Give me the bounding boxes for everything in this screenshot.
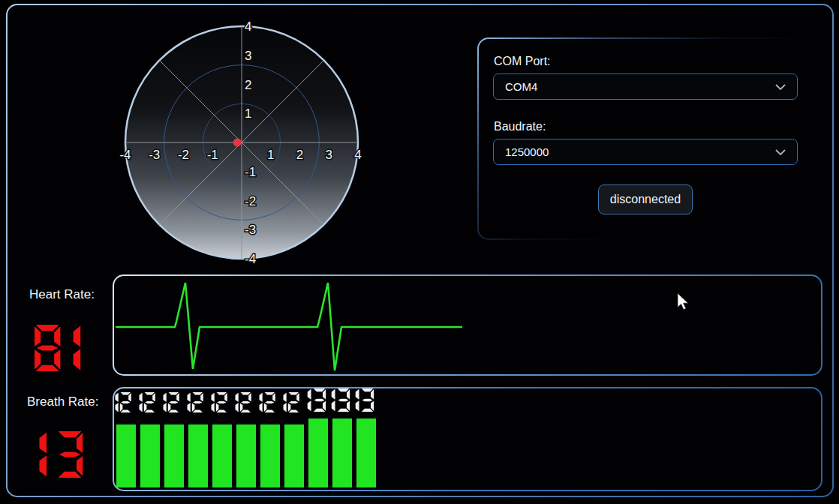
ecg-waveform <box>114 276 821 374</box>
polar-position-display: -4-3-2-112344321-1-2-3-4 <box>105 6 390 276</box>
svg-text:2: 2 <box>245 78 251 92</box>
baudrate-selected-value: 1250000 <box>505 146 549 158</box>
svg-text:4: 4 <box>245 20 251 34</box>
breath-rate-label: Breath Rate: <box>27 394 98 410</box>
mouse-cursor <box>676 292 693 312</box>
svg-text:1: 1 <box>267 148 274 162</box>
breath-rate-bar-chart <box>114 405 821 489</box>
svg-text:-2: -2 <box>178 148 189 162</box>
com-port-select[interactable]: COM4 <box>493 74 798 100</box>
heart-rate-label: Heart Rate: <box>29 287 95 302</box>
svg-text:-1: -1 <box>207 148 218 162</box>
svg-text:4: 4 <box>354 148 361 162</box>
svg-text:-3: -3 <box>245 223 256 237</box>
svg-text:3: 3 <box>245 49 251 63</box>
svg-text:-1: -1 <box>245 165 256 179</box>
app-window: -4-3-2-112344321-1-2-3-4 COM Port: COM4 … <box>0 0 839 504</box>
heart-rate-seven-segment-display <box>35 325 89 373</box>
svg-text:-3: -3 <box>149 148 160 162</box>
com-port-selected-value: COM4 <box>505 80 537 93</box>
baudrate-select[interactable]: 1250000 <box>493 139 798 165</box>
svg-text:-2: -2 <box>245 194 256 208</box>
svg-text:-4: -4 <box>245 252 256 266</box>
baudrate-label: Baudrate: <box>494 120 546 134</box>
connection-status-button[interactable]: disconnected <box>598 184 693 214</box>
chevron-down-icon <box>774 148 786 156</box>
chevron-down-icon <box>774 83 786 91</box>
breath-rate-seven-segment-display <box>37 431 91 479</box>
svg-text:3: 3 <box>326 148 332 162</box>
svg-text:1: 1 <box>245 106 251 121</box>
com-port-label: COM Port: <box>494 55 551 68</box>
svg-text:-4: -4 <box>119 148 131 162</box>
svg-text:2: 2 <box>296 148 303 162</box>
